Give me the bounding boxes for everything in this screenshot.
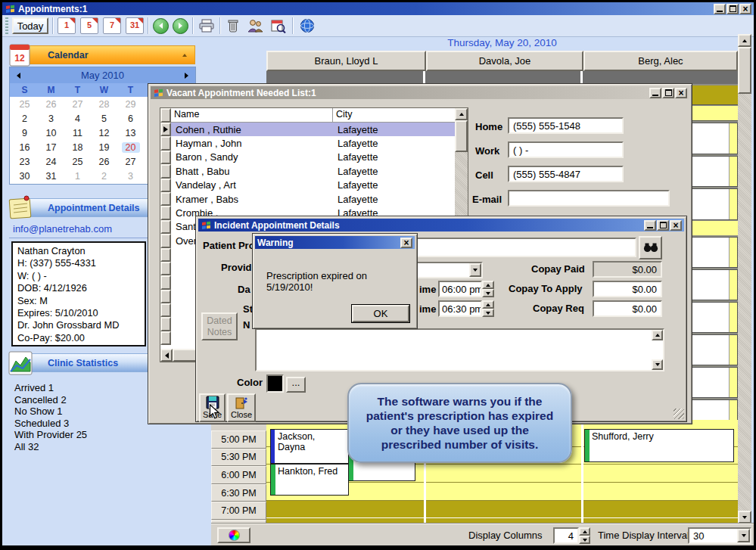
row-selector-cell[interactable]	[160, 262, 171, 275]
city-column-header[interactable]: City	[333, 108, 456, 123]
display-columns-input[interactable]: 4	[553, 527, 579, 544]
slot-row[interactable]	[687, 221, 738, 235]
scroll-up-button[interactable]	[455, 108, 468, 120]
incident-titlebar[interactable]: Incident Appointment Details	[198, 219, 684, 231]
calendar-day-cell[interactable]: 26	[91, 154, 117, 169]
home-input[interactable]: (555) 555-1548	[508, 117, 624, 134]
calendar-day-cell[interactable]: 25	[64, 154, 91, 169]
calendar-day-cell[interactable]: 25	[11, 97, 38, 111]
start-time-up[interactable]	[482, 281, 494, 289]
close-button[interactable]	[739, 4, 751, 14]
calendar-day-cell[interactable]: 9	[11, 126, 38, 140]
calendar-day-cell[interactable]: 26	[38, 97, 64, 111]
calendar-day-cell[interactable]: 30	[11, 169, 38, 183]
appointment-block[interactable]: Shufford, Jerry	[584, 429, 734, 462]
display-columns-down[interactable]	[579, 536, 590, 544]
close-button[interactable]	[400, 238, 412, 248]
close-button[interactable]	[675, 88, 687, 98]
calendar-day-cell[interactable]: 12	[91, 126, 117, 140]
table-row[interactable]: Bhatt , BabuLafayette	[171, 164, 456, 178]
close-button-large[interactable]: Close	[227, 393, 256, 422]
calendar-day-cell[interactable]: 16	[11, 140, 38, 154]
scroll-thumb[interactable]	[455, 120, 468, 152]
ok-button[interactable]: OK	[352, 305, 409, 322]
find-patient-button[interactable]	[639, 236, 662, 259]
appointment-block[interactable]	[687, 302, 738, 333]
calendar-day-cell[interactable]: 24	[38, 154, 64, 169]
resize-grip[interactable]	[674, 409, 684, 419]
calendar-day-cell[interactable]: 29	[117, 97, 144, 111]
minimize-button[interactable]	[714, 4, 726, 14]
dropdown-arrow-icon[interactable]	[737, 529, 750, 542]
row-selector-cell[interactable]	[160, 192, 171, 206]
table-row[interactable]: Vandelay , ArtLafayette	[171, 179, 456, 192]
schedule-vscrollbar[interactable]	[738, 34, 751, 524]
calendar-day-cell[interactable]: 2	[91, 169, 117, 183]
row-selector-cell[interactable]	[160, 206, 171, 219]
scroll-left-button[interactable]	[160, 349, 173, 362]
provider-column-header[interactable]: Berg, Alec	[583, 51, 738, 71]
appointment-block[interactable]	[687, 188, 738, 220]
email-input[interactable]	[508, 190, 670, 207]
close-button[interactable]	[670, 220, 682, 231]
row-selector-cell[interactable]	[160, 303, 171, 317]
appointment-block[interactable]	[687, 334, 738, 365]
toolbar-grip[interactable]	[5, 17, 8, 34]
scroll-up-button[interactable]	[738, 34, 751, 47]
display-columns-up[interactable]	[579, 527, 590, 536]
copay-to-apply-input[interactable]: $0.00	[593, 281, 662, 297]
calendar-day-cell[interactable]: 2	[11, 111, 38, 126]
table-row[interactable]: Kramer , BabsLafayette	[171, 192, 456, 206]
scroll-thumb[interactable]	[738, 47, 751, 94]
calendar-day-cell[interactable]: 28	[91, 97, 117, 111]
calendar-day-cell[interactable]: 27	[117, 154, 144, 169]
calendar-day-cell[interactable]: 17	[38, 140, 64, 154]
row-selector-cell[interactable]	[160, 151, 171, 164]
time-interval-dropdown[interactable]: 30	[688, 527, 751, 544]
delete-icon[interactable]	[225, 17, 241, 34]
calendar-day-cell[interactable]: 31	[38, 169, 64, 183]
copay-req-input[interactable]: $0.00	[593, 300, 662, 317]
row-selector-cell[interactable]	[160, 136, 171, 150]
calendar-day-cell[interactable]: 6	[117, 111, 144, 126]
calendar-view-button[interactable]: 5	[80, 17, 98, 34]
row-selector-cell[interactable]	[160, 317, 171, 331]
appointment-block[interactable]	[687, 269, 738, 300]
appointment-block[interactable]: Jackson, Dayna	[270, 429, 349, 464]
table-row[interactable]: Hayman , JohnLafayette	[171, 136, 456, 150]
patients-icon[interactable]	[245, 17, 265, 34]
table-row[interactable]: Cohen , RuthieLafayette	[171, 123, 456, 136]
end-time-down[interactable]	[482, 309, 494, 317]
start-time-down[interactable]	[482, 289, 494, 297]
calendar-view-button[interactable]: 31	[126, 17, 144, 34]
scroll-up-button[interactable]	[652, 330, 663, 340]
calendar-day-cell[interactable]: 11	[64, 126, 91, 140]
back-button[interactable]	[153, 18, 169, 34]
calendar-day-cell[interactable]: 4	[64, 111, 91, 126]
calendar-day-cell[interactable]: 3	[38, 111, 64, 126]
work-input[interactable]: ( ) -	[508, 141, 624, 158]
calendar-day-cell[interactable]: 23	[11, 154, 38, 169]
calendar-day-cell[interactable]: 3	[117, 169, 144, 183]
row-selector-cell[interactable]	[160, 164, 171, 178]
schedule-right-strip[interactable]	[687, 84, 738, 426]
dropdown-arrow-icon[interactable]	[469, 263, 481, 277]
calendar-view-button[interactable]: 1	[58, 17, 76, 34]
row-selector-cell[interactable]	[160, 179, 171, 192]
end-time-input[interactable]: 06:30 pm	[438, 300, 482, 317]
row-selector-cell[interactable]	[160, 234, 171, 247]
print-icon[interactable]	[198, 17, 216, 34]
calendar-day-cell[interactable]: 20	[117, 140, 144, 154]
color-legend-button[interactable]	[217, 527, 250, 543]
ok-button-ring[interactable]: OK	[351, 304, 410, 323]
selected-day[interactable]: 20	[122, 142, 140, 153]
email-link[interactable]: info@planetrehab.com	[9, 220, 151, 238]
color-swatch[interactable]	[266, 374, 284, 393]
scroll-down-button[interactable]	[738, 511, 751, 524]
maximize-button[interactable]	[662, 88, 674, 98]
row-selector-cell[interactable]	[160, 275, 171, 289]
appointment-block[interactable]	[687, 237, 738, 268]
calendar-view-button[interactable]: 7	[103, 17, 121, 34]
minimize-button[interactable]	[644, 220, 656, 231]
slot-row[interactable]	[687, 85, 738, 105]
